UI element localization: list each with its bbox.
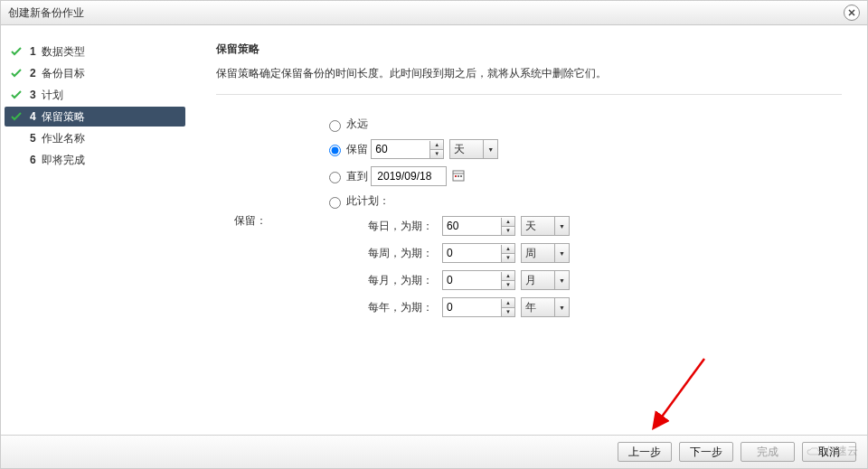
step-job-name[interactable]: 5 作业名称 [1,128,191,148]
spinner-up-icon[interactable]: ▲ [502,218,514,227]
chevron-down-icon: ▼ [487,146,494,153]
yearly-value-input[interactable] [443,299,501,315]
window-title: 创建新备份作业 [8,5,84,21]
spinner-down-icon[interactable]: ▼ [502,281,514,289]
spinner-up-icon[interactable]: ▲ [430,141,443,150]
close-icon[interactable] [844,5,860,21]
daily-label: 每日，为期： [352,219,433,234]
section-desc: 保留策略确定保留备份的时间长度。此时间段到期之后，就将从系统中删除它们。 [216,66,842,81]
check-icon [10,110,23,123]
option-this-plan-row: 此计划： [325,193,570,209]
schedule-monthly-row: 每月，为期： ▲▼ 月 ▼ [352,270,570,290]
option-this-plan-label: 此计划： [346,193,390,209]
monthly-value-spinner[interactable]: ▲▼ [442,270,515,290]
spinner-down-icon[interactable]: ▼ [502,227,514,235]
until-date-input[interactable] [371,166,447,186]
option-until-label: 直到 [346,169,368,184]
content-panel: 保留策略 保留策略确定保留备份的时间长度。此时间段到期之后，就将从系统中删除它们… [191,25,867,436]
daily-value-spinner[interactable]: ▲▼ [442,216,515,236]
keep-value-input[interactable] [372,141,429,157]
yearly-unit-dropdown[interactable]: 年 ▼ [521,297,570,317]
step-backup-target[interactable]: 2 备份目标 [1,63,191,83]
daily-unit-label: 天 [525,219,543,234]
option-until-row: 直到 [325,166,570,186]
check-icon [10,89,23,101]
svg-rect-3 [458,175,459,177]
monthly-unit-dropdown[interactable]: 月 ▼ [521,270,570,290]
step-label: 作业名称 [42,131,85,146]
spinner-down-icon[interactable]: ▼ [502,254,514,262]
monthly-label: 每月，为期： [352,273,433,288]
retain-row: 保留： 永远 保留 ▲ ▼ [216,117,842,324]
monthly-value-input[interactable] [443,272,501,288]
option-keep-label: 保留 [346,142,368,157]
svg-line-5 [655,359,704,427]
option-forever-label: 永远 [346,117,368,132]
step-label: 数据类型 [42,44,85,60]
retain-label: 保留： [216,213,288,229]
weekly-value-input[interactable] [443,245,501,261]
spinner-up-icon[interactable]: ▲ [502,245,514,254]
svg-rect-4 [460,175,462,177]
chevron-down-icon: ▼ [559,305,565,311]
keep-value-spinner[interactable]: ▲ ▼ [371,139,444,159]
weekly-value-spinner[interactable]: ▲▼ [442,243,515,263]
chevron-down-icon: ▼ [559,223,565,230]
until-date-field[interactable] [375,169,442,183]
step-schedule[interactable]: 3 计划 [1,85,191,105]
check-icon [10,45,23,58]
step-label: 备份目标 [42,66,85,81]
yearly-value-spinner[interactable]: ▲▼ [442,297,515,317]
check-icon [10,67,23,80]
monthly-unit-label: 月 [525,273,543,288]
spinner-up-icon[interactable]: ▲ [502,299,514,308]
watermark: 亿速云 [806,444,858,459]
radio-forever[interactable] [329,120,341,132]
daily-unit-dropdown[interactable]: 天 ▼ [521,216,570,236]
option-forever-row: 永远 [325,117,570,132]
radio-until[interactable] [329,172,341,183]
check-icon [10,154,23,166]
keep-unit-label: 天 [454,142,472,157]
finish-button: 完成 [741,442,795,462]
wizard-window: 创建新备份作业 1 数据类型 2 备份目标 3 计划 4 [0,0,868,469]
calendar-icon[interactable] [452,169,465,184]
weekly-label: 每周，为期： [352,246,433,261]
chevron-down-icon: ▼ [559,250,565,257]
yearly-label: 每年，为期： [352,300,433,315]
annotation-arrow-icon [641,354,713,436]
spinner-up-icon[interactable]: ▲ [502,272,514,281]
schedule-daily-row: 每日，为期： ▲▼ 天 ▼ [352,216,570,236]
spinner-down-icon[interactable]: ▼ [430,150,443,158]
step-label: 计划 [42,88,63,103]
yearly-unit-label: 年 [525,300,543,315]
step-retention[interactable]: 4 保留策略 [5,107,185,127]
svg-rect-2 [455,175,457,177]
prev-button[interactable]: 上一步 [618,442,672,462]
weekly-unit-dropdown[interactable]: 周 ▼ [521,243,570,263]
schedule-weekly-row: 每周，为期： ▲▼ 周 ▼ [352,243,570,263]
step-finish[interactable]: 6 即将完成 [1,150,191,170]
divider [216,94,842,95]
step-data-type[interactable]: 1 数据类型 [1,42,191,61]
radio-this-plan[interactable] [329,197,341,209]
section-title: 保留策略 [216,42,842,57]
daily-value-input[interactable] [443,218,501,234]
keep-unit-dropdown[interactable]: 天 ▼ [449,139,498,159]
schedule-block: 每日，为期： ▲▼ 天 ▼ 每周，为期： [352,216,570,317]
step-label: 保留策略 [42,109,85,125]
step-label: 即将完成 [42,153,85,168]
weekly-unit-label: 周 [525,246,543,261]
chevron-down-icon: ▼ [559,277,565,284]
cloud-icon [806,446,822,457]
option-keep-row: 保留 ▲ ▼ 天 ▼ [325,139,570,159]
spinner-down-icon[interactable]: ▼ [502,308,514,316]
schedule-yearly-row: 每年，为期： ▲▼ 年 ▼ [352,297,570,317]
steps-sidebar: 1 数据类型 2 备份目标 3 计划 4 保留策略 5 作业名称 [1,25,191,436]
titlebar: 创建新备份作业 [1,1,867,25]
footer-buttons: 上一步 下一步 完成 取消 [1,435,867,468]
radio-keep[interactable] [329,145,341,156]
check-icon [10,132,23,145]
next-button[interactable]: 下一步 [679,442,733,462]
